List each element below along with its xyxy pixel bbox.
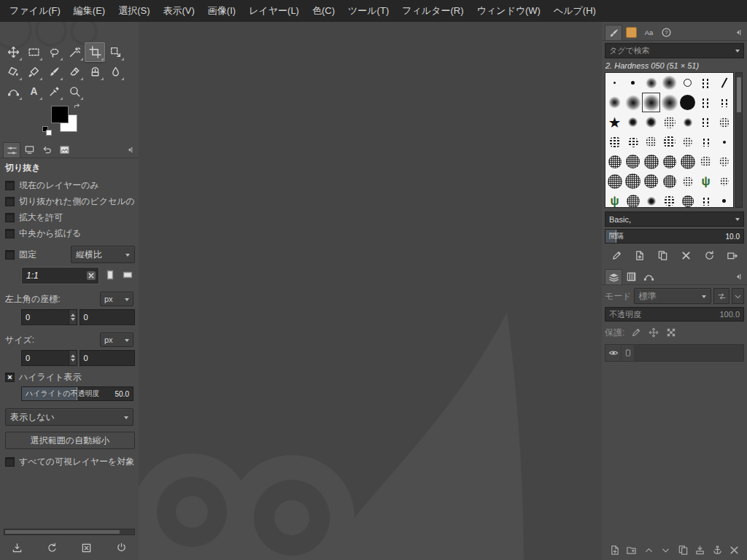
brush-grid-scrollbar[interactable] [735,72,743,208]
brush-item[interactable] [624,132,642,152]
brush-item[interactable] [715,93,733,112]
tab-tool-options[interactable] [3,142,20,158]
checkbox[interactable] [5,197,15,206]
position-unit-combo[interactable]: px [100,292,133,306]
brush-item[interactable]: ★ [605,112,624,132]
tab-undo-history[interactable] [38,142,55,158]
tab-fonts[interactable]: Aa [640,25,657,40]
brush-item[interactable] [660,191,678,208]
menu-item[interactable]: 画像(I) [201,1,242,21]
swap-colors-icon[interactable] [73,104,83,114]
brush-item[interactable] [660,171,678,191]
brush-item[interactable] [605,171,624,191]
brush-item[interactable] [715,112,733,132]
foreground-color-swatch[interactable] [51,106,69,123]
brush-item[interactable] [605,132,624,152]
brush-item[interactable] [697,191,715,208]
brush-item[interactable] [660,73,678,93]
brush-item[interactable] [642,93,660,112]
brush-item[interactable]: ψ [605,191,624,208]
brush-item[interactable] [642,191,660,208]
menu-item[interactable]: ヘルプ(H) [547,1,603,21]
smudge-tool[interactable] [105,62,125,82]
ratio-input[interactable]: 1:1 [21,267,99,284]
save-tool-preset-button[interactable] [9,539,26,556]
reset-tool-options-button[interactable] [112,539,130,556]
dock-menu-button[interactable] [123,143,136,156]
tab-paths[interactable] [640,269,657,284]
restore-tool-preset-button[interactable] [43,539,61,556]
spinner[interactable] [69,351,77,365]
menu-item[interactable]: ツール(T) [341,1,395,21]
brush-item[interactable] [697,152,715,171]
checkbox[interactable] [5,181,15,190]
layer-list[interactable] [605,344,744,362]
rectangle-select-tool[interactable] [23,42,44,62]
anchor-layer-button[interactable] [709,542,725,558]
size-width-input[interactable]: 0 [21,350,77,366]
brush-item[interactable] [624,152,642,171]
link-icon[interactable] [622,345,635,361]
brush-item[interactable] [715,132,733,152]
zoom-tool[interactable] [64,82,85,101]
bucket-fill-tool[interactable] [3,62,23,82]
new-brush-button[interactable] [631,246,649,264]
delete-layer-button[interactable] [727,542,743,558]
brush-item[interactable] [605,93,624,112]
brush-item[interactable] [660,152,678,171]
brush-item[interactable] [660,93,678,112]
tab-images[interactable] [55,142,73,158]
delete-brush-button[interactable] [677,246,694,264]
brush-item[interactable] [678,191,697,208]
brush-item[interactable] [642,171,660,191]
brush-item[interactable] [715,191,733,208]
option-shrink-merged[interactable]: すべての可視レイヤーを対象にす [2,454,135,470]
position-x-input[interactable]: 0 [21,309,77,325]
brush-item[interactable] [642,73,660,93]
tab-channels[interactable] [622,269,640,284]
brush-item[interactable] [678,93,697,112]
menu-item[interactable]: フィルター(R) [395,1,470,21]
brush-item[interactable] [642,112,660,132]
brush-item[interactable] [624,93,642,112]
layer-opacity-slider[interactable]: 不透明度 100.0 [605,307,744,322]
menu-item[interactable]: 色(C) [306,1,341,21]
brush-spacing-slider[interactable]: 間隔 10.0 [605,229,744,244]
brush-item[interactable] [605,73,624,93]
brush-item[interactable] [697,93,715,112]
crop-tool[interactable] [85,42,105,62]
brush-item[interactable] [678,171,697,191]
tab-patterns[interactable] [622,25,640,40]
brush-item[interactable] [715,152,733,171]
position-y-input[interactable]: 0 [80,309,136,325]
brush-item[interactable] [678,152,697,171]
clone-tool[interactable] [85,62,105,82]
menu-item[interactable]: レイヤー(L) [242,1,306,21]
refresh-brushes-button[interactable] [700,246,718,264]
brush-item[interactable] [715,171,733,191]
brush-item[interactable]: ψ [697,171,715,191]
option-allow-growing[interactable]: 拡大を許可 [2,209,135,225]
tab-brushes[interactable] [605,25,622,40]
color-picker-tool[interactable] [44,82,64,101]
brush-tag-search-input[interactable]: タグで検索 [605,43,744,58]
new-layer-group-button[interactable] [624,542,640,558]
brush-item[interactable] [605,152,624,171]
brush-item[interactable] [642,132,660,152]
ink-tool[interactable] [23,62,44,82]
scrollbar-thumb[interactable] [737,77,741,112]
menu-item[interactable]: 表示(V) [157,1,201,21]
option-expand-from-center[interactable]: 中央から拡げる [2,225,135,241]
option-current-layer-only[interactable]: 現在のレイヤーのみ [2,177,135,193]
edit-brush-button[interactable] [608,246,625,264]
option-delete-cropped-pixels[interactable]: 切り抜かれた側のピクセルの削除 [2,193,135,209]
tool-options-scrollbar[interactable] [4,529,135,535]
checkbox[interactable] [5,457,15,467]
brush-item[interactable] [678,132,697,152]
menu-item[interactable]: ファイル(F) [3,1,67,21]
dock-menu-button[interactable] [731,270,744,283]
eraser-tool[interactable] [64,62,85,82]
brush-item[interactable] [678,73,697,93]
size-unit-combo[interactable]: px [100,332,133,347]
default-colors-icon[interactable] [42,126,53,137]
